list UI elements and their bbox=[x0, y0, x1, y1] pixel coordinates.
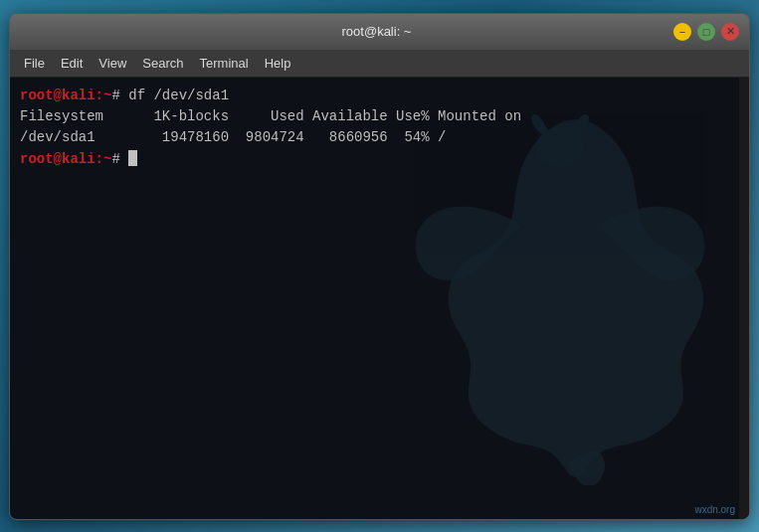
terminal-window: root@kali: ~ − □ ✕ File Edit View Search… bbox=[9, 13, 750, 520]
minimize-button[interactable]: − bbox=[673, 23, 691, 41]
menu-view[interactable]: View bbox=[91, 54, 134, 73]
terminal-content[interactable]: root@kali:~# df /dev/sda1 Filesystem 1K-… bbox=[10, 78, 749, 519]
titlebar: root@kali: ~ − □ ✕ bbox=[10, 14, 749, 50]
scrollbar-track[interactable] bbox=[739, 78, 749, 519]
prompt-1: root@kali: bbox=[20, 88, 103, 103]
window-title: root@kali: ~ bbox=[80, 24, 673, 39]
terminal-line-1: root@kali:~# df /dev/sda1 bbox=[20, 86, 739, 106]
window-controls: − □ ✕ bbox=[673, 23, 739, 41]
menubar: File Edit View Search Terminal Help bbox=[10, 50, 749, 78]
cursor bbox=[128, 150, 136, 166]
cursor-block: # bbox=[111, 151, 128, 167]
menu-search[interactable]: Search bbox=[134, 54, 191, 73]
cmd-1: # df /dev/sda1 bbox=[111, 88, 229, 103]
terminal-line-2: Filesystem 1K-blocks Used Available Use%… bbox=[20, 106, 739, 127]
terminal-line-3: /dev/sda1 19478160 9804724 8660956 54% / bbox=[20, 127, 739, 148]
menu-file[interactable]: File bbox=[16, 54, 53, 73]
maximize-button[interactable]: □ bbox=[697, 23, 715, 41]
menu-terminal[interactable]: Terminal bbox=[192, 54, 257, 73]
close-button[interactable]: ✕ bbox=[721, 23, 739, 41]
prompt-2: root@kali: bbox=[20, 151, 103, 167]
terminal-line-4: root@kali:~# bbox=[20, 148, 739, 170]
menu-edit[interactable]: Edit bbox=[53, 54, 91, 73]
terminal-body[interactable]: root@kali:~# df /dev/sda1 Filesystem 1K-… bbox=[10, 78, 749, 519]
menu-help[interactable]: Help bbox=[257, 54, 299, 73]
watermark-text: wxdn.org bbox=[694, 504, 735, 515]
